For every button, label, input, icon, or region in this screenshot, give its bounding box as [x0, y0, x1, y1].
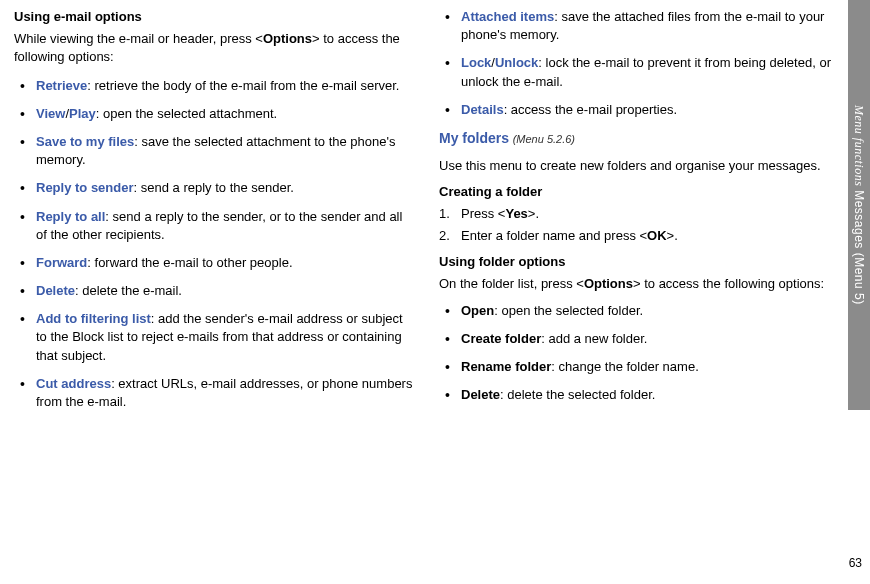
option-name: Add to filtering list — [36, 311, 151, 326]
option-name: Play — [69, 106, 96, 121]
creating-folder-steps: 1. Press <Yes>. 2. Enter a folder name a… — [439, 205, 840, 245]
option-name: Rename folder — [461, 359, 551, 374]
side-tab-italic: Menu functions — [852, 105, 866, 186]
option-name: Create folder — [461, 331, 541, 346]
step-text: Enter a folder name and press < — [461, 228, 647, 243]
menu-ref: (Menu 5.2.6) — [513, 133, 575, 145]
option-save-files: Save to my files: save the selected atta… — [14, 133, 415, 169]
option-retrieve: Retrieve: retrieve the body of the e-mai… — [14, 77, 415, 95]
option-details: Details: access the e-mail properties. — [439, 101, 840, 119]
option-desc: : access the e-mail properties. — [504, 102, 677, 117]
folder-option-delete: Delete: delete the selected folder. — [439, 386, 840, 404]
left-column: Using e-mail options While viewing the e… — [14, 8, 415, 421]
creating-folder-title: Creating a folder — [439, 183, 840, 201]
option-name: Delete — [461, 387, 500, 402]
option-desc: : open the selected folder. — [494, 303, 643, 318]
option-name: Unlock — [495, 55, 538, 70]
section-title-email-options: Using e-mail options — [14, 8, 415, 26]
option-desc: : add a new folder. — [541, 331, 647, 346]
folder-option-rename: Rename folder: change the folder name. — [439, 358, 840, 376]
my-folders-title: My folders — [439, 130, 509, 146]
page-number: 63 — [849, 555, 862, 572]
option-desc: : open the selected attachment. — [96, 106, 277, 121]
folder-options-list: Open: open the selected folder. Create f… — [439, 302, 840, 405]
email-options-list: Retrieve: retrieve the body of the e-mai… — [14, 77, 415, 412]
option-name: Details — [461, 102, 504, 117]
option-name: Lock — [461, 55, 491, 70]
step-text: >. — [528, 206, 539, 221]
step-num: 1. — [439, 205, 450, 223]
option-view-play: View/Play: open the selected attachment. — [14, 105, 415, 123]
step-num: 2. — [439, 227, 450, 245]
intro-text: While viewing the e-mail or header, pres… — [14, 30, 415, 66]
side-tab-regular: Messages (Menu 5) — [852, 186, 866, 304]
option-desc: : forward the e-mail to other people. — [87, 255, 292, 270]
option-add-filtering: Add to filtering list: add the sender's … — [14, 310, 415, 365]
option-cut-address: Cut address: extract URLs, e-mail addres… — [14, 375, 415, 411]
option-desc: : delete the selected folder. — [500, 387, 655, 402]
option-name: Save to my files — [36, 134, 134, 149]
step-text: >. — [667, 228, 678, 243]
intro-part1: While viewing the e-mail or header, pres… — [14, 31, 263, 46]
step-2: 2. Enter a folder name and press <OK>. — [439, 227, 840, 245]
folder-intro-part2: > to access the following options: — [633, 276, 824, 291]
folder-intro: On the folder list, press <Options> to a… — [439, 275, 840, 293]
folder-intro-options: Options — [584, 276, 633, 291]
intro-options-label: Options — [263, 31, 312, 46]
option-reply-all: Reply to all: send a reply to the sender… — [14, 208, 415, 244]
side-tab: Menu functions Messages (Menu 5) — [848, 0, 870, 410]
option-delete: Delete: delete the e-mail. — [14, 282, 415, 300]
side-tab-text: Menu functions Messages (Menu 5) — [851, 105, 868, 305]
using-folder-title: Using folder options — [439, 253, 840, 271]
folder-option-create: Create folder: add a new folder. — [439, 330, 840, 348]
option-reply-sender: Reply to sender: send a reply to the sen… — [14, 179, 415, 197]
step-yes: Yes — [505, 206, 527, 221]
option-desc: : send a reply to the sender. — [134, 180, 294, 195]
right-column: Attached items: save the attached files … — [439, 8, 840, 421]
option-name: View — [36, 106, 65, 121]
step-1: 1. Press <Yes>. — [439, 205, 840, 223]
my-folders-desc: Use this menu to create new folders and … — [439, 157, 840, 175]
folder-option-open: Open: open the selected folder. — [439, 302, 840, 320]
email-options-list-cont: Attached items: save the attached files … — [439, 8, 840, 119]
option-desc: : change the folder name. — [551, 359, 698, 374]
option-name: Delete — [36, 283, 75, 298]
option-desc: : retrieve the body of the e-mail from t… — [87, 78, 399, 93]
option-desc: : delete the e-mail. — [75, 283, 182, 298]
option-name: Retrieve — [36, 78, 87, 93]
option-attached-items: Attached items: save the attached files … — [439, 8, 840, 44]
step-text: Press < — [461, 206, 505, 221]
option-name: Cut address — [36, 376, 111, 391]
option-lock-unlock: Lock/Unlock: lock the e-mail to prevent … — [439, 54, 840, 90]
option-name: Reply to all — [36, 209, 105, 224]
my-folders-heading: My folders (Menu 5.2.6) — [439, 129, 840, 149]
folder-intro-part1: On the folder list, press < — [439, 276, 584, 291]
option-name: Reply to sender — [36, 180, 134, 195]
option-forward: Forward: forward the e-mail to other peo… — [14, 254, 415, 272]
option-name: Open — [461, 303, 494, 318]
step-ok: OK — [647, 228, 667, 243]
option-name: Attached items — [461, 9, 554, 24]
option-name: Forward — [36, 255, 87, 270]
